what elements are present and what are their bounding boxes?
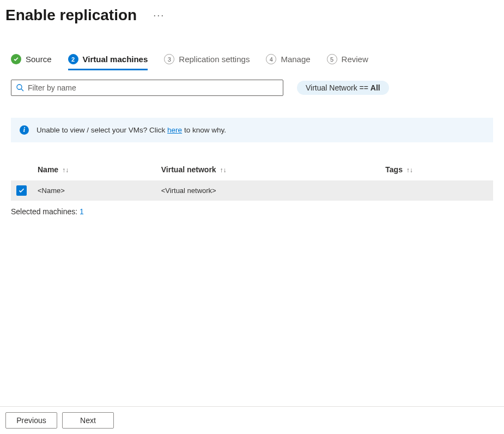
filter-row: Virtual Network == All [0, 80, 504, 96]
wizard-steps: Source 2 Virtual machines 3 Replication … [0, 54, 504, 69]
column-checkbox [11, 159, 32, 180]
cell-tags [380, 180, 493, 201]
pill-value: All [371, 83, 380, 92]
next-button[interactable]: Next [62, 412, 114, 429]
table-row[interactable]: <Name> <Virtual network> [11, 180, 493, 201]
step-label: Virtual machines [83, 55, 148, 64]
sort-icon: ↑↓ [406, 166, 413, 174]
row-checkbox[interactable] [16, 185, 27, 196]
page-header: Enable replication ··· [0, 0, 504, 24]
vm-table-container: Name ↑↓ Virtual network ↑↓ Tags ↑↓ [11, 159, 493, 201]
column-header-virtual-network[interactable]: Virtual network ↑↓ [156, 159, 380, 180]
search-input[interactable] [28, 83, 278, 92]
step-number-icon: 3 [164, 54, 174, 64]
step-review[interactable]: 5 Review [327, 54, 368, 69]
info-bar: i Unable to view / select your VMs? Clic… [11, 118, 493, 142]
step-label: Source [26, 55, 52, 64]
step-label: Review [342, 55, 368, 64]
step-label: Replication settings [179, 55, 250, 64]
virtual-network-filter-pill[interactable]: Virtual Network == All [297, 81, 389, 95]
pill-prefix: Virtual Network == [306, 83, 371, 92]
info-icon: i [20, 125, 29, 135]
info-text: Unable to view / select your VMs? Click … [37, 126, 226, 134]
step-number-icon: 4 [266, 54, 276, 64]
step-source[interactable]: Source [11, 54, 52, 69]
selected-machines-summary: Selected machines: 1 [0, 201, 504, 222]
cell-virtual-network: <Virtual network> [156, 180, 380, 201]
step-virtual-machines[interactable]: 2 Virtual machines [68, 54, 148, 70]
vm-table: Name ↑↓ Virtual network ↑↓ Tags ↑↓ [11, 159, 493, 201]
footer-actions: Previous Next [0, 406, 504, 434]
sort-icon: ↑↓ [220, 166, 227, 174]
svg-line-1 [21, 89, 23, 91]
check-icon [11, 54, 21, 64]
search-box[interactable] [11, 80, 283, 96]
cell-name: <Name> [32, 180, 156, 201]
sort-icon: ↑↓ [62, 166, 69, 174]
check-icon [18, 187, 25, 194]
step-manage[interactable]: 4 Manage [266, 54, 310, 69]
step-label: Manage [281, 55, 310, 64]
more-actions-icon[interactable]: ··· [153, 10, 165, 21]
svg-point-0 [17, 85, 22, 89]
selected-count: 1 [80, 207, 84, 216]
column-header-name[interactable]: Name ↑↓ [32, 159, 156, 180]
column-header-tags[interactable]: Tags ↑↓ [380, 159, 493, 180]
previous-button[interactable]: Previous [5, 412, 57, 429]
info-link-here[interactable]: here [167, 126, 182, 134]
step-number-icon: 5 [327, 54, 337, 64]
page-title: Enable replication [5, 7, 137, 24]
search-icon [16, 83, 25, 92]
step-number-icon: 2 [68, 54, 78, 64]
step-replication-settings[interactable]: 3 Replication settings [164, 54, 250, 69]
